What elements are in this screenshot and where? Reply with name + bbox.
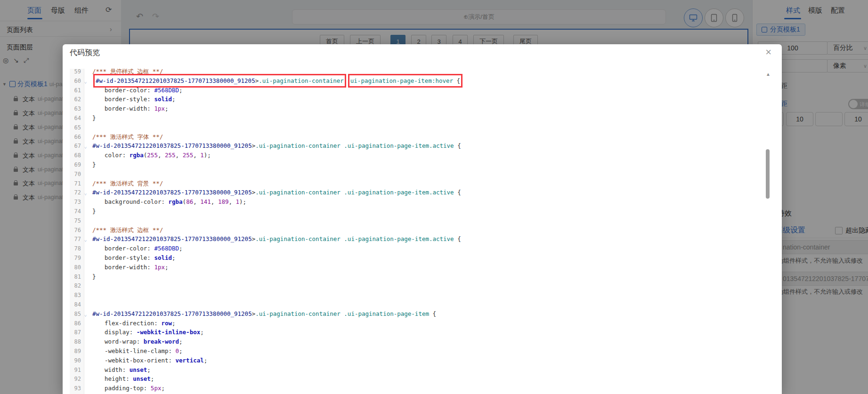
code-line-text: border-style: solid; [92,253,176,263]
code-line: 68color: rgba(255, 255, 255, 1); [63,151,768,160]
code-token: { [454,235,461,242]
code-line: 60˅#w-id-2013547212201037825-17707133800… [63,76,768,86]
code-line: 80border-width: 1px; [63,263,768,272]
code-token: , [176,152,183,159]
line-number: 89 [68,346,81,356]
code-line: 83 [63,290,768,300]
code-line: 86flex-direction: row; [63,319,768,328]
code-line: 63border-width: 1px; [63,104,768,113]
code-token: border-width [105,105,147,112]
code-token: border-color [105,245,147,252]
code-token: .ui-pagination-page-item [344,310,429,317]
code-token: { [454,142,461,149]
code-token: 255 [183,152,194,159]
code-line-text: #w-id-2013547212201037825-1770713380000_… [92,76,463,86]
code-editor[interactable]: 59/*** 悬停样式 边框 **/60˅#w-id-2013547212201… [63,69,782,394]
code-token: rgba [168,198,182,205]
scrollbar-thumb[interactable] [766,149,770,199]
code-token: , [211,198,218,205]
code-token: #w-id-2013547212201037825-1770713380000_… [92,235,252,242]
code-token: border-style [105,254,147,261]
code-token: .ui-pagination-page-item.active [344,235,454,242]
code-token: , [228,198,235,205]
line-number: 65 [68,123,81,132]
line-number: 64 [68,113,81,123]
line-number: 77 [68,234,81,244]
code-line: 64} [63,113,768,123]
line-number: 88 [68,337,81,346]
code-line-text: color: rgba(255, 255, 255, 1); [92,151,211,160]
line-number: 69 [68,160,81,169]
code-token: ( [183,198,187,205]
line-number: 78 [68,244,81,253]
code-line-text: /*** 激活样式 背景 **/ [92,179,163,188]
line-number: 76 [68,225,81,235]
code-token: } [92,273,96,280]
line-number: 66 [68,132,81,142]
line-number: 90 [68,356,81,365]
code-line-text: #w-id-2013547212201037825-1770713380000_… [92,141,461,151]
code-token: #w-id-2013547212201037825-1770713380000_… [92,142,252,149]
code-token: : [130,329,137,336]
code-line-text: width: unset; [92,365,151,375]
code-token: ui-pagination-page-item:hover [350,77,453,84]
line-number: 91 [68,365,81,375]
code-token: color [105,152,122,159]
code-line: 67˅#w-id-2013547212201037825-17707133800… [63,141,768,151]
code-line-text: #w-id-2013547212201037825-1770713380000_… [92,188,461,197]
code-line-text: border-width: 1px; [92,104,168,113]
code-token: display [105,329,130,336]
line-number: 86 [68,319,81,328]
close-icon[interactable]: × [765,47,771,57]
code-line-text: -webkit-box-orient: vertical; [92,356,207,365]
code-line-text: #w-id-2013547212201037825-1770713380000_… [92,234,461,244]
code-token: ; [165,105,169,112]
line-number: 67 [68,141,81,151]
code-token: : [147,264,154,271]
code-line-text: padding-top: 5px; [92,384,165,393]
code-token: ; [179,347,183,354]
code-line: 75 [63,216,768,225]
line-number: 93 [68,384,81,393]
code-line: 78border-color: #568DBD; [63,244,768,253]
code-line-text: background-color: rgba(86, 141, 189, 1); [92,197,246,207]
code-line-text: /*** 激活样式 边框 **/ [92,225,163,235]
code-token: border-width [105,264,147,271]
code-line-text: -webkit-line-clamp: 0; [92,346,183,356]
code-token: : [122,366,130,373]
code-token: : [147,245,154,252]
code-token: { [429,310,436,317]
line-number: 68 [68,151,81,160]
code-token: { [453,77,460,84]
code-line-text: display: -webkit-inline-box; [92,328,204,337]
code-token: : [168,347,175,354]
code-token: 5px [151,385,162,392]
code-line: 90-webkit-box-orient: vertical; [63,356,768,365]
code-token: #w-id-2013547212201037825-1770713380000_… [92,310,252,317]
code-token: unset [130,366,147,373]
code-token: /*** 激活样式 边框 **/ [92,226,163,233]
code-token: ; [179,87,183,94]
code-token: ; [179,338,183,345]
code-line: 82 [63,281,768,290]
code-token: #568DBD [154,245,179,252]
code-token: : [147,96,154,103]
scroll-up-arrow-icon[interactable]: ▲ [766,72,771,77]
code-token: word-wrap [105,338,137,345]
code-token: } [92,208,96,215]
line-number: 63 [68,104,81,113]
code-line: 85˅#w-id-2013547212201037825-17707133800… [63,309,768,319]
line-number: 60 [68,76,81,86]
line-number: 92 [68,374,81,384]
code-token: ); [204,152,211,159]
code-line-text: flex-direction: row; [92,319,176,328]
line-number: 79 [68,253,81,263]
code-token: , [193,198,200,205]
code-token: ; [165,264,169,271]
line-number: 70 [68,169,81,179]
code-token: ; [172,96,176,103]
code-token: ; [151,375,154,382]
code-token: : [147,105,154,112]
code-token: : [147,254,154,261]
code-line: 69} [63,160,768,169]
